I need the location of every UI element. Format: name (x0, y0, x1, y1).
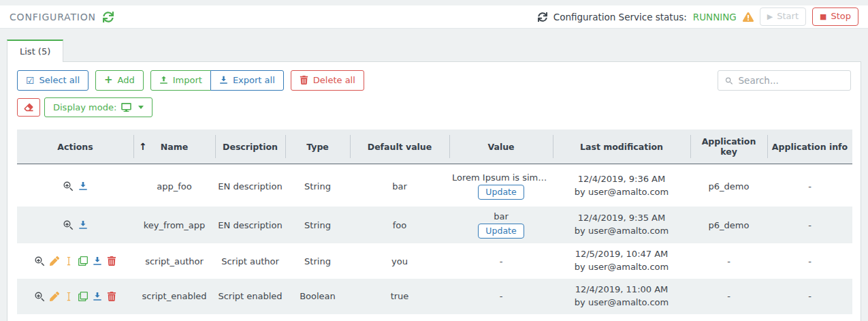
delete-icon[interactable] (107, 256, 116, 266)
update-button[interactable]: Update (478, 185, 524, 200)
search-input[interactable] (739, 75, 843, 86)
column-header-application-info[interactable]: Application info (767, 129, 852, 164)
export-all-button[interactable]: Export all (210, 70, 284, 91)
column-header-value[interactable]: Value (449, 129, 553, 164)
rename-icon[interactable] (64, 256, 74, 266)
default-value-cell: you (350, 243, 449, 279)
application-info-cell: - (767, 164, 852, 207)
add-button[interactable]: + Add (95, 70, 144, 91)
edit-icon[interactable] (50, 292, 59, 301)
download-icon[interactable] (78, 181, 88, 191)
stop-icon: ■ (820, 13, 826, 20)
value-cell: - (449, 279, 553, 314)
type-cell: String (285, 207, 350, 243)
update-button[interactable]: Update (478, 224, 524, 239)
column-header-label: Actions (57, 142, 93, 152)
actions-cell (17, 243, 133, 279)
download-icon[interactable] (78, 220, 88, 230)
modified-by: by user@amalto.com (556, 296, 688, 309)
table-row: script_enabledScript enabledBooleantrue-… (17, 279, 852, 314)
value-cell: - (449, 314, 553, 321)
refresh-icon[interactable] (103, 12, 114, 22)
column-header-application-key[interactable]: Application key (690, 129, 767, 164)
service-status-value: RUNNING (693, 12, 737, 22)
name-cell: script_name (133, 314, 215, 321)
plus-icon: + (104, 76, 113, 85)
play-icon: ▶ (767, 13, 773, 20)
column-header-default-value[interactable]: Default value (350, 129, 449, 164)
application-info-cell: - (767, 314, 852, 321)
column-header-label: Value (487, 142, 514, 152)
content-panel: ☑ Select all + Add Import (7, 61, 861, 321)
search-box (718, 70, 851, 91)
status-refresh-icon[interactable] (538, 12, 547, 22)
modified-by: by user@amalto.com (556, 261, 688, 274)
last-modification-cell: 12/4/2019, 10:27 AMby user@amalto.com (553, 314, 690, 321)
select-all-button[interactable]: ☑ Select all (17, 70, 89, 91)
modified-date: 12/4/2019, 10:27 AM (556, 319, 688, 321)
search-icon (725, 76, 733, 85)
column-header-type[interactable]: Type (285, 129, 350, 164)
modified-date: 12/5/2019, 10:47 AM (556, 248, 688, 261)
delete-icon[interactable] (107, 292, 116, 301)
type-cell: String (285, 243, 350, 279)
import-button[interactable]: Import (150, 70, 211, 91)
last-modification-cell: 12/5/2019, 10:47 AMby user@amalto.com (553, 243, 690, 279)
zoom-in-icon[interactable] (34, 256, 45, 266)
actions-cell (17, 314, 133, 321)
rename-icon[interactable] (64, 292, 74, 301)
modified-by: by user@amalto.com (556, 225, 688, 238)
application-key-cell: - (690, 314, 767, 321)
edit-icon[interactable] (50, 256, 59, 266)
column-header-label: Name (161, 142, 188, 152)
name-cell: script_author (133, 243, 215, 279)
value-text: bar (452, 211, 550, 221)
zoom-in-icon[interactable] (63, 219, 74, 230)
type-cell: String (285, 314, 350, 321)
column-header-name[interactable]: ↑Name (133, 129, 215, 164)
table-row: script_authorScript authorStringyou-12/5… (17, 243, 852, 279)
application-key-cell: - (690, 243, 767, 279)
start-button[interactable]: ▶ Start (760, 7, 806, 26)
toolbar: ☑ Select all + Add Import (7, 62, 861, 129)
name-cell: script_enabled (133, 279, 215, 314)
description-cell: EN description (215, 164, 285, 207)
zoom-in-icon[interactable] (34, 291, 45, 302)
value-cell: Lorem Ipsum is simply ...Update (449, 164, 553, 207)
duplicate-icon[interactable] (78, 292, 88, 301)
name-cell: key_from_app (133, 207, 215, 243)
tab-list[interactable]: List (5) (7, 40, 63, 62)
table-row: script_nameScript nameStringmyScriptName… (17, 314, 852, 321)
last-modification-cell: 12/4/2019, 9:35 AMby user@amalto.com (553, 207, 690, 243)
upload-icon (159, 76, 168, 85)
value-cell: barUpdate (449, 207, 553, 243)
column-header-last-modification[interactable]: Last modification (553, 129, 690, 164)
display-mode-button[interactable]: Display mode: (44, 97, 152, 118)
checkbox-checked-icon: ☑ (26, 76, 35, 85)
app-header: CONFIGURATION Configuration Service stat… (0, 5, 868, 29)
value-text: Lorem Ipsum is simply ... (452, 172, 550, 183)
download-icon[interactable] (93, 292, 102, 301)
clear-selection-button[interactable] (17, 98, 40, 117)
chevron-down-icon (138, 106, 144, 109)
duplicate-icon[interactable] (78, 256, 88, 266)
type-cell: Boolean (285, 279, 350, 314)
last-modification-cell: 12/4/2019, 11:00 AMby user@amalto.com (553, 279, 690, 314)
delete-all-button[interactable]: Delete all (291, 70, 364, 91)
default-value-cell: myScriptName (350, 314, 449, 321)
configuration-table-wrap: Actions↑NameDescriptionTypeDefault value… (7, 129, 861, 321)
name-cell: app_foo (133, 164, 215, 207)
monitor-icon (121, 103, 131, 112)
column-header-description[interactable]: Description (215, 129, 285, 164)
stop-button[interactable]: ■ Stop (812, 7, 858, 26)
zoom-in-icon[interactable] (63, 181, 74, 192)
tab-bar: List (5) (7, 40, 861, 61)
download-icon[interactable] (93, 256, 102, 266)
column-header-label: Application key (702, 136, 756, 157)
page-background-strip (0, 0, 868, 5)
sort-ascending-icon: ↑ (139, 141, 147, 152)
last-modification-cell: 12/4/2019, 9:36 AMby user@amalto.com (553, 164, 690, 207)
value-text: - (452, 256, 550, 266)
trash-icon (300, 76, 308, 85)
column-header-actions: Actions (17, 129, 133, 164)
